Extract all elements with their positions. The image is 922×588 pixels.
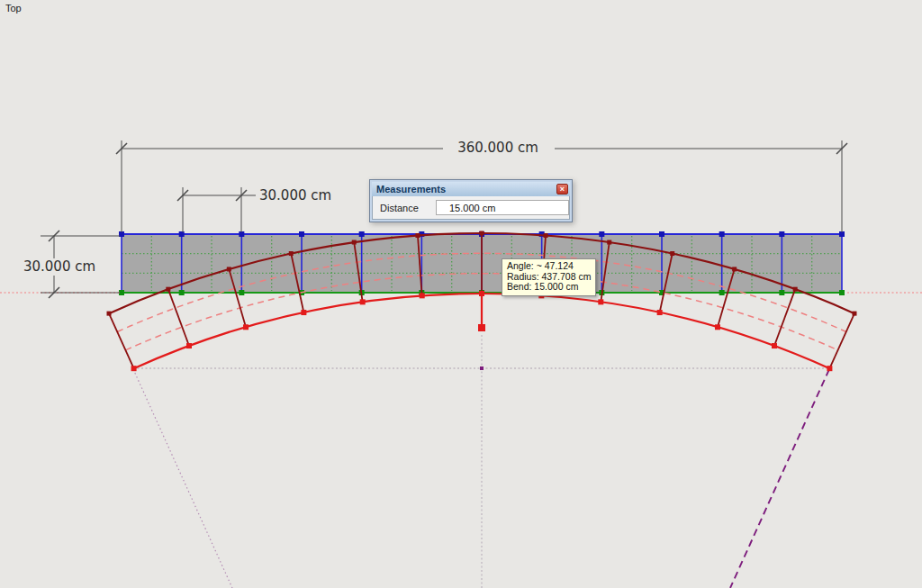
arc-inner-vertex-marker <box>827 366 832 371</box>
arc-outer-vertex-marker <box>227 267 231 271</box>
dimension-label-total-width: 360.000 cm <box>456 140 540 156</box>
arc-outer-vertex-marker <box>480 231 484 236</box>
dimension-label-segment-width: 30.000 cm <box>258 187 333 204</box>
distance-field-label: Distance <box>373 203 436 213</box>
drawing-canvas[interactable] <box>0 0 922 588</box>
bend-handle <box>478 295 485 331</box>
blue-vertex-marker <box>659 231 664 237</box>
green-vertex-marker <box>839 290 845 295</box>
blue-vertex-marker <box>299 231 304 237</box>
green-vertex-marker <box>179 290 185 295</box>
blue-vertex-marker <box>779 231 784 237</box>
arc-inner-vertex-marker <box>420 293 425 298</box>
green-vertex-marker <box>239 290 244 295</box>
tooltip-angle-line: Angle: ~ 47.124 <box>507 261 591 272</box>
arc-inner-vertex-marker <box>657 310 663 315</box>
arc-inner-vertex-marker <box>598 299 603 304</box>
close-icon[interactable]: × <box>556 184 568 194</box>
arc-outer-vertex-marker <box>607 240 611 245</box>
sketchup-viewport[interactable]: Top 360.000 cm 30.000 cm 30.000 cm Measu… <box>0 0 922 588</box>
arc-outer-vertex-marker <box>544 233 548 238</box>
arc-outer-vertex-marker <box>670 251 674 256</box>
bend-inference-tooltip: Angle: ~ 47.124 Radius: 437.708 cm Bend:… <box>502 258 596 296</box>
distance-input[interactable] <box>436 200 569 215</box>
arc-outer-vertex-marker <box>732 267 737 271</box>
arc-outer-vertex-marker <box>289 251 294 256</box>
inference-guides <box>133 335 830 588</box>
measurements-dialog-body: Distance <box>372 196 570 220</box>
measurements-dialog-titlebar[interactable]: Measurements × <box>372 182 570 196</box>
measurements-dialog-title: Measurements <box>372 184 446 194</box>
arc-inner-vertex-marker <box>131 366 137 371</box>
arc-outer-vertex-marker <box>415 233 420 238</box>
green-vertex-marker <box>719 290 725 295</box>
arc-inner-vertex-marker <box>243 324 249 330</box>
dimension-label-height: 30.000 cm <box>22 258 97 275</box>
tooltip-bend-line: Bend: 15.000 cm <box>507 282 591 293</box>
blue-vertex-marker <box>719 231 725 237</box>
arc-outer-vertex-marker <box>166 287 170 292</box>
arc-inner-vertex-marker <box>186 343 192 348</box>
green-vertex-marker <box>779 290 784 295</box>
arc-outer-vertex-marker <box>107 312 112 316</box>
guide-intersection-point <box>480 366 484 370</box>
view-name-label: Top <box>5 3 22 14</box>
blue-vertex-marker <box>599 231 604 237</box>
arc-outer-vertex-marker <box>793 287 798 292</box>
measurements-dialog[interactable]: Measurements × Distance <box>369 179 573 222</box>
arc-inner-vertex-marker <box>360 299 366 304</box>
blue-vertex-marker <box>359 231 365 237</box>
blue-vertex-marker <box>179 231 185 237</box>
bend-handle-marker[interactable] <box>478 324 485 331</box>
arc-inner-vertex-marker <box>301 310 306 315</box>
arc-inner-vertex-marker <box>715 324 720 330</box>
arc-outer-vertex-marker <box>352 240 357 245</box>
arc-inner-vertex-marker <box>772 343 777 348</box>
arc-outer-vertex-marker <box>852 312 856 316</box>
